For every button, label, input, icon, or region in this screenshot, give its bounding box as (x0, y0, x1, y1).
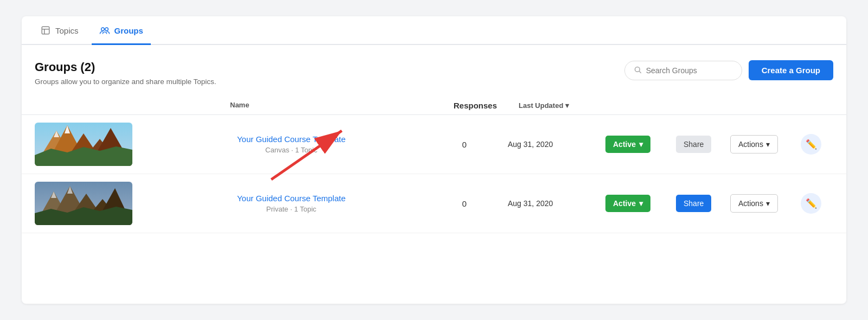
row-edit: ✏️ (801, 193, 833, 214)
search-icon (634, 66, 642, 75)
chevron-down-icon: ▾ (766, 140, 770, 149)
active-button[interactable]: Active ▾ (605, 136, 650, 153)
table-header: Name Responses Last Updated ▾ (22, 97, 846, 115)
svg-marker-27 (35, 207, 132, 225)
edit-button[interactable]: ✏️ (801, 193, 821, 214)
active-button[interactable]: Active ▾ (605, 195, 650, 212)
svg-point-3 (101, 28, 104, 31)
row-actions: Actions ▾ (730, 135, 801, 153)
edit-button[interactable]: ✏️ (801, 134, 821, 155)
search-input[interactable] (646, 66, 733, 75)
tab-bar: Topics Groups (22, 16, 846, 45)
row-date: Aug 31, 2020 (508, 140, 605, 149)
row-thumbnail (35, 123, 154, 166)
col-header-lastupdated[interactable]: Last Updated ▾ (519, 101, 616, 110)
pencil-icon: ✏️ (806, 139, 817, 150)
pencil-icon: ✏️ (806, 198, 817, 209)
row-thumbnail (35, 182, 154, 225)
col-header-responses: Responses (432, 101, 519, 110)
row-title-link[interactable]: Your Guided Course Template (237, 194, 346, 203)
row-status: Active ▾ (605, 136, 676, 153)
col-header-thumb (35, 101, 187, 110)
row-share: Share (676, 136, 730, 153)
svg-point-4 (105, 28, 108, 31)
page-title: Groups (2) (35, 60, 216, 74)
table-row: Your Guided Course Template Canvas · 1 T… (22, 115, 846, 174)
tab-topics[interactable]: Topics (33, 16, 86, 45)
page-header: Groups (2) Groups allow you to organize … (22, 45, 846, 97)
row-actions: Actions ▾ (730, 194, 801, 213)
actions-button[interactable]: Actions ▾ (730, 135, 778, 153)
share-button[interactable]: Share (676, 136, 711, 153)
tab-topics-label: Topics (55, 26, 79, 35)
row-info: Your Guided Course Template Canvas · 1 T… (154, 135, 421, 154)
row-title-link[interactable]: Your Guided Course Template (237, 135, 346, 144)
search-box[interactable] (624, 61, 742, 80)
topics-icon (40, 25, 51, 36)
table-row: Your Guided Course Template Private · 1 … (22, 174, 846, 233)
row-responses: 0 (421, 199, 508, 208)
row-responses: 0 (421, 140, 508, 149)
chevron-down-icon: ▾ (766, 199, 770, 208)
header-left: Groups (2) Groups allow you to organize … (35, 60, 216, 86)
chevron-down-icon: ▾ (639, 199, 643, 208)
svg-point-5 (635, 67, 640, 72)
row-info: Your Guided Course Template Private · 1 … (154, 194, 421, 213)
row-share: Share (676, 195, 730, 212)
chevron-down-icon: ▾ (639, 140, 643, 149)
svg-line-6 (639, 71, 641, 73)
share-button[interactable]: Share (676, 195, 711, 212)
sort-chevron-icon: ▾ (565, 101, 569, 110)
row-meta: Private · 1 Topic (266, 205, 316, 213)
header-right: Create a Group (624, 60, 833, 80)
row-date: Aug 31, 2020 (508, 199, 605, 208)
create-group-button[interactable]: Create a Group (749, 60, 833, 80)
tab-groups-label: Groups (114, 26, 143, 35)
row-status: Active ▾ (605, 195, 676, 212)
col-header-name: Name (187, 101, 432, 110)
svg-marker-16 (35, 146, 132, 166)
tab-groups[interactable]: Groups (92, 16, 151, 45)
page-subtitle: Groups allow you to organize and share m… (35, 78, 216, 86)
row-edit: ✏️ (801, 134, 833, 155)
svg-rect-0 (42, 27, 49, 34)
row-meta: Canvas · 1 Topic (265, 146, 317, 154)
groups-icon (99, 25, 110, 36)
actions-button[interactable]: Actions ▾ (730, 194, 778, 213)
